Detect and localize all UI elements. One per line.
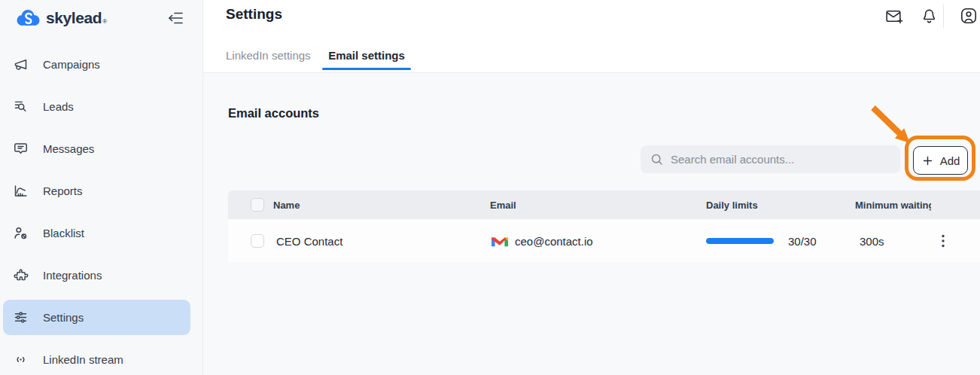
account-email: ceo@contact.io [515, 234, 593, 247]
search-box[interactable] [641, 145, 900, 173]
lead-search-icon [12, 99, 29, 115]
sidebar-item-label: LinkedIn stream [43, 353, 123, 366]
column-header-name: Name [273, 200, 300, 211]
column-header-email: Email [490, 200, 516, 211]
brand-logo[interactable]: skylead ® [15, 8, 107, 27]
add-button-label: Add [940, 154, 960, 167]
account-email-cell: ceo@contact.io [492, 234, 593, 247]
sidebar: skylead ® Campaigns Leads [0, 0, 203, 375]
sidebar-item-reports[interactable]: Reports [3, 173, 190, 209]
user-avatar-icon [959, 6, 978, 26]
profile-button[interactable] [959, 6, 978, 26]
topbar-divider [943, 5, 944, 28]
broadcast-icon [12, 352, 29, 368]
sidebar-item-integrations[interactable]: Integrations [3, 258, 190, 293]
tab-email-settings[interactable]: Email settings [322, 49, 411, 62]
email-settings-panel: Email accounts Add Name Email Daily limi… [203, 73, 980, 375]
sidebar-item-blacklist[interactable]: Blacklist [3, 215, 190, 251]
chart-icon [12, 183, 29, 200]
sidebar-item-label: Settings [43, 311, 84, 324]
column-header-minimum-waiting: Minimum waiting [855, 200, 931, 211]
sidebar-nav: Campaigns Leads Messages [0, 47, 202, 375]
minimum-waiting-value: 300s [860, 234, 884, 247]
kebab-menu-icon [938, 233, 948, 248]
row-actions-menu-button[interactable] [936, 232, 950, 250]
sidebar-item-leads[interactable]: Leads [3, 89, 190, 124]
mail-plus-icon [884, 7, 904, 26]
gmail-icon [492, 234, 508, 247]
sidebar-item-campaigns[interactable]: Campaigns [3, 47, 190, 82]
section-title: Email accounts [228, 106, 319, 120]
sidebar-item-messages[interactable]: Messages [3, 131, 190, 166]
select-all-checkbox[interactable] [251, 198, 264, 212]
notifications-button[interactable] [920, 7, 939, 26]
sidebar-collapse-icon[interactable] [166, 9, 184, 27]
sidebar-item-label: Integrations [43, 269, 102, 282]
table-header-row: Name Email Daily limits Minimum waiting [228, 191, 980, 219]
megaphone-icon [12, 56, 29, 73]
search-icon [650, 152, 664, 166]
active-tab-underline [322, 68, 411, 70]
tab-linkedin-settings[interactable]: LinkedIn settings [226, 49, 311, 62]
topbar: Settings LinkedIn settings Email setting… [203, 0, 980, 73]
sidebar-header: skylead ® [0, 0, 202, 27]
daily-limit-progress [706, 238, 774, 244]
new-message-button[interactable] [884, 7, 904, 26]
sidebar-item-label: Blacklist [43, 227, 84, 239]
daily-limit-value: 30/30 [788, 234, 817, 247]
chat-bubble-icon [12, 141, 29, 157]
registered-mark: ® [102, 18, 107, 25]
page-title: Settings [226, 6, 282, 23]
sidebar-item-label: Campaigns [43, 58, 100, 71]
add-email-account-button[interactable]: Add [913, 146, 968, 175]
account-name: CEO Contact [276, 234, 342, 247]
bell-icon [920, 7, 939, 26]
table-row: CEO Contact ceo@contact.io 30/30 300s [228, 219, 980, 262]
sidebar-item-label: Messages [43, 142, 94, 155]
annotation-arrow-icon [866, 103, 914, 147]
sidebar-item-linkedin-stream[interactable]: LinkedIn stream [3, 342, 190, 375]
email-accounts-table: Name Email Daily limits Minimum waiting … [228, 191, 980, 262]
plus-icon [921, 154, 934, 167]
daily-limit-progress-fill [706, 238, 774, 244]
sidebar-item-label: Leads [43, 100, 74, 113]
user-block-icon [12, 225, 29, 242]
brand-name: skylead [46, 9, 102, 27]
row-checkbox[interactable] [251, 234, 264, 248]
sidebar-item-settings[interactable]: Settings [3, 300, 190, 335]
search-input[interactable] [671, 153, 891, 166]
sliders-icon [12, 309, 29, 326]
skylead-cloud-icon [15, 8, 41, 27]
puzzle-icon [12, 267, 29, 284]
column-header-daily-limits: Daily limits [706, 200, 758, 211]
sidebar-item-label: Reports [43, 184, 83, 197]
